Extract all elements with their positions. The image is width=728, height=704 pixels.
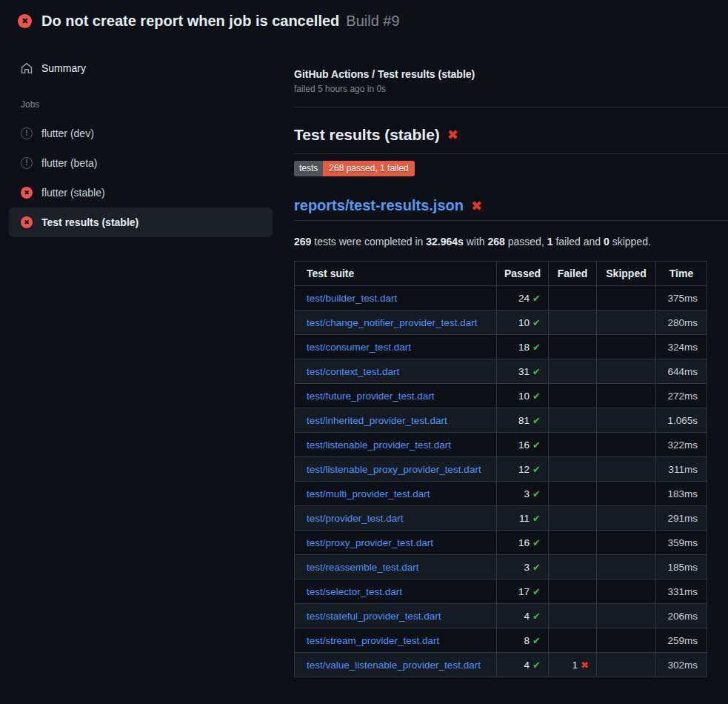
check-icon: ✔ (532, 611, 541, 622)
passed-value: 81 (518, 415, 530, 426)
passed-cell: 18✔ (497, 335, 549, 359)
test-suite-link[interactable]: test/consumer_test.dart (307, 342, 411, 353)
time-cell: 644ms (656, 359, 707, 384)
skipped-cell (597, 506, 656, 531)
test-suite-link[interactable]: test/context_test.dart (307, 366, 399, 377)
test-suite-link[interactable]: test/future_provider_test.dart (307, 391, 435, 402)
failed-status-icon: ✖ (21, 216, 33, 228)
passed-cell: 31✔ (497, 359, 549, 384)
summary-line: 269 tests were completed in 32.964s with… (294, 236, 651, 248)
sidebar-item-summary[interactable]: Summary (21, 62, 281, 74)
time-cell: 185ms (656, 555, 707, 580)
table-row: test/consumer_test.dart18✔324ms (295, 335, 707, 359)
passed-value: 10 (518, 391, 530, 402)
failed-cell (549, 286, 597, 311)
report-file-link[interactable]: reports/test-results.json (294, 197, 464, 214)
suite-cell: test/listenable_provider_test.dart (295, 433, 497, 457)
column-header: Time (656, 262, 707, 286)
time-cell: 183ms (656, 482, 707, 506)
skipped-count: 0 (604, 236, 610, 248)
failed-cell (549, 604, 597, 628)
time-cell: 1.065s (656, 408, 707, 433)
passed-value: 18 (518, 342, 530, 353)
check-icon: ✔ (532, 635, 541, 646)
table-row: test/proxy_provider_test.dart16✔359ms (295, 531, 707, 555)
skipped-cell (597, 580, 656, 604)
passed-cell: 24✔ (497, 286, 549, 311)
test-suite-link[interactable]: test/stateful_provider_test.dart (307, 611, 441, 622)
skipped-cell (597, 433, 656, 457)
test-suite-link[interactable]: test/builder_test.dart (307, 293, 397, 304)
total-time: 32.964s (426, 236, 464, 248)
passed-value: 11 (519, 513, 530, 524)
passed-cell: 12✔ (497, 457, 549, 482)
skipped-cell (597, 311, 656, 335)
column-header: Failed (549, 262, 597, 286)
suite-cell: test/stream_provider_test.dart (295, 628, 497, 653)
test-suite-link[interactable]: test/inherited_provider_test.dart (307, 415, 447, 426)
passed-value: 31 (518, 366, 530, 377)
check-icon: ✔ (532, 562, 541, 573)
check-icon: ✔ (532, 660, 541, 671)
passed-cell: 16✔ (497, 531, 549, 555)
table-row: test/builder_test.dart24✔375ms (295, 286, 707, 311)
section-title: Test results (stable) ✖ (294, 126, 458, 144)
check-icon: ✔ (532, 464, 541, 475)
test-suite-link[interactable]: test/value_listenable_provider_test.dart (307, 660, 481, 671)
suite-cell: test/selector_test.dart (295, 580, 497, 604)
passed-count: 268 (488, 236, 505, 248)
time-cell: 291ms (656, 506, 707, 531)
home-icon (21, 62, 33, 74)
suite-cell: test/future_provider_test.dart (295, 384, 497, 408)
neutral-status-icon: ! (21, 157, 33, 169)
passed-cell: 4✔ (497, 604, 549, 628)
failed-cell (549, 335, 597, 359)
divider (294, 153, 728, 154)
skipped-cell (597, 482, 656, 506)
passed-cell: 81✔ (497, 408, 549, 433)
column-header: Skipped (597, 262, 656, 286)
passed-cell: 3✔ (497, 555, 549, 580)
badge-value: 268 passed, 1 failed (323, 161, 414, 176)
job-label: flutter (dev) (41, 127, 94, 139)
test-suite-link[interactable]: test/proxy_provider_test.dart (307, 537, 433, 548)
run-status-line: failed 5 hours ago in 0s (294, 84, 386, 94)
table-row: test/value_listenable_provider_test.dart… (295, 653, 707, 677)
suite-cell: test/consumer_test.dart (295, 335, 497, 359)
test-suite-link[interactable]: test/listenable_provider_test.dart (307, 439, 451, 451)
jobs-list: !flutter (dev)!flutter (beta)✖flutter (s… (0, 119, 281, 237)
sidebar-item-job[interactable]: !flutter (dev) (9, 119, 273, 148)
test-suite-link[interactable]: test/stream_provider_test.dart (307, 635, 439, 646)
check-icon: ✔ (532, 537, 541, 548)
failed-count: 1 (547, 236, 553, 248)
failed-status-icon: ✖ (21, 187, 33, 199)
test-suite-link[interactable]: test/change_notifier_provider_test.dart (307, 317, 477, 328)
check-icon: ✔ (532, 366, 541, 377)
test-suite-link[interactable]: test/multi_provider_test.dart (307, 488, 430, 499)
passed-cell: 16✔ (497, 433, 549, 457)
check-icon: ✔ (532, 415, 541, 426)
test-suite-link[interactable]: test/listenable_proxy_provider_test.dart (307, 464, 481, 475)
passed-value: 12 (518, 464, 530, 475)
github-check-run-page: { "header": { "title": "Do not create re… (0, 0, 728, 704)
test-suite-link[interactable]: test/reassemble_test.dart (307, 562, 419, 573)
test-suite-link[interactable]: test/selector_test.dart (307, 586, 402, 597)
time-cell: 259ms (656, 628, 707, 653)
failed-cell (549, 384, 597, 408)
sidebar-item-job[interactable]: ✖Test results (stable) (9, 207, 273, 237)
suite-cell: test/proxy_provider_test.dart (295, 531, 497, 555)
badge-label: tests (294, 161, 323, 176)
failed-cell (549, 628, 597, 653)
column-header: Test suite (295, 262, 497, 286)
tests-badge: tests 268 passed, 1 failed (294, 161, 415, 176)
failed-cell (549, 506, 597, 531)
sidebar: Summary Jobs !flutter (dev)!flutter (bet… (0, 41, 281, 237)
suite-cell: test/stateful_provider_test.dart (295, 604, 497, 628)
test-suite-link[interactable]: test/provider_test.dart (307, 513, 404, 524)
skipped-cell (597, 335, 656, 359)
failed-cell (549, 311, 597, 335)
suite-cell: test/provider_test.dart (295, 506, 497, 531)
sidebar-item-job[interactable]: ✖flutter (stable) (9, 178, 273, 207)
check-icon: ✔ (532, 586, 541, 597)
sidebar-item-job[interactable]: !flutter (beta) (9, 148, 273, 178)
